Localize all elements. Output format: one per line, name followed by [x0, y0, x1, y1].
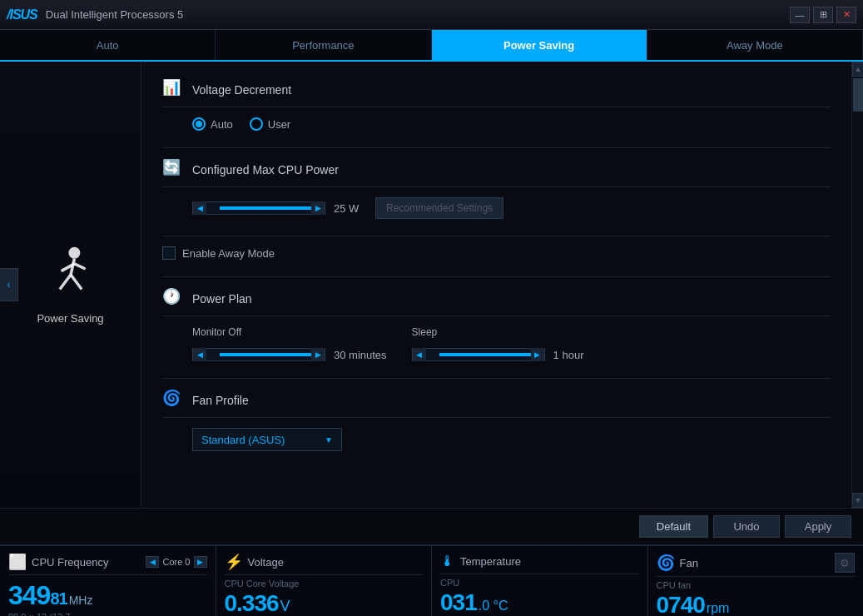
sleep-slider-right[interactable]: ▶ [531, 348, 544, 361]
cpu-power-header: 🔄 Configured Max CPU Power [162, 158, 831, 187]
fan-profile-dropdown-row: Standard (ASUS) ▼ [192, 428, 831, 451]
cpu-sub1: 99.9 × 12 (12.7 [8, 612, 207, 616]
cpu-temp-unit: .0 °C [479, 599, 508, 614]
temp-panel-title: Temperature [460, 555, 639, 568]
away-mode-label: Enable Away Mode [182, 247, 275, 260]
power-saving-person-icon [42, 246, 100, 304]
monitor-off-label: Monitor Off [192, 326, 387, 338]
cpu-power-title: Configured Max CPU Power [192, 163, 339, 176]
cpu-power-slider[interactable]: ◀ ▶ [192, 201, 325, 215]
cpu-panel-header: ⬜ CPU Frequency ◀ Core 0 ▶ [8, 553, 207, 575]
radio-user-circle [250, 117, 263, 131]
cpu-power-value: 25 W [334, 202, 367, 215]
monitor-slider-right[interactable]: ▶ [311, 348, 325, 361]
cpu-nav-left[interactable]: ◀ [146, 556, 159, 568]
tab-away-mode[interactable]: Away Mode [647, 30, 863, 60]
cpu-temp-label: CPU [440, 578, 639, 588]
away-mode-checkbox[interactable] [162, 246, 176, 260]
fan-profile-dropdown[interactable]: Standard (ASUS) ▼ [192, 428, 342, 451]
voltage-panel-title: Voltage [248, 556, 424, 569]
temp-panel-icon: 🌡 [440, 553, 455, 570]
content-area: 📊 Voltage Decrement Auto User 🔄 Configur… [141, 62, 851, 508]
recommended-settings-button[interactable]: Recommended Settings [375, 197, 503, 219]
cpu-nav: ◀ Core 0 ▶ [146, 556, 206, 568]
fan-panel-icon: 🌀 [657, 554, 675, 572]
cpu-core-label: CPU Core Voltage [225, 579, 424, 589]
fan-profile-title: Fan Profile [192, 394, 249, 407]
tab-bar: Auto Performance Power Saving Away Mode [0, 30, 863, 62]
fan-panel-title: Fan [680, 557, 831, 569]
voltage-panel-header: ⚡ Voltage [225, 553, 424, 575]
monitor-slider-left[interactable]: ◀ [193, 348, 206, 361]
radio-user[interactable]: User [250, 117, 290, 131]
sidebar-collapse-button[interactable]: ‹ [0, 268, 18, 301]
cpu-power-section: 🔄 Configured Max CPU Power ◀ ▶ 25 W Reco… [162, 158, 831, 219]
voltage-icon: 📊 [162, 78, 186, 102]
monitor-off-value: 30 minutes [334, 349, 387, 361]
sleep-value: 1 hour [553, 349, 587, 361]
main-area: ‹ Power Saving 📊 Voltage Decrement Auto [0, 62, 863, 508]
fan-profile-selected: Standard (ASUS) [201, 434, 285, 446]
cpu-power-icon: 🔄 [162, 158, 186, 181]
scrollbar[interactable]: ▲ ▼ [851, 62, 863, 508]
cpu-freq-value: 34981 [8, 582, 67, 609]
monitor-off-slider-row: ◀ ▶ 30 minutes [192, 348, 387, 361]
sleep-slider[interactable]: ◀ ▶ [412, 348, 545, 361]
cpu-panel-icon: ⬜ [8, 553, 27, 571]
dual-slider-row: Monitor Off ◀ ▶ 30 minutes Sleep [192, 326, 831, 361]
fan-panel-header: 🌀 Fan ⚙ [657, 553, 856, 577]
temperature-panel: 🌡 Temperature CPU 031 .0 °C VRM 38.0 °C … [432, 546, 648, 616]
dropdown-arrow-icon: ▼ [325, 435, 333, 445]
cpu-power-slider-row: ◀ ▶ 25 W Recommended Settings [192, 197, 831, 219]
svg-line-5 [74, 263, 85, 268]
power-plan-section: 🕐 Power Plan Monitor Off ◀ ▶ 30 minutes [162, 287, 831, 361]
undo-button[interactable]: Undo [713, 515, 780, 538]
radio-auto[interactable]: Auto [192, 117, 233, 131]
sidebar: ‹ Power Saving [0, 62, 141, 508]
default-button[interactable]: Default [639, 515, 708, 538]
cpu-core-value: 0.336 [225, 590, 279, 616]
tab-performance[interactable]: Performance [216, 30, 431, 60]
power-plan-title: Power Plan [192, 292, 252, 306]
cpu-panel-title: CPU Frequency [32, 556, 141, 569]
close-button[interactable]: ✕ [836, 7, 856, 23]
cpu-fan-value: 0740 [657, 592, 705, 616]
slider-left-arrow[interactable]: ◀ [193, 201, 206, 215]
sidebar-label: Power Saving [37, 312, 103, 325]
cpu-nav-right[interactable]: ▶ [194, 556, 207, 568]
cpu-frequency-panel: ⬜ CPU Frequency ◀ Core 0 ▶ 34981 MHz 99.… [0, 546, 216, 616]
temp-panel-header: 🌡 Temperature [440, 553, 639, 574]
radio-user-label: User [268, 118, 290, 131]
voltage-decrement-title: Voltage Decrement [192, 83, 291, 97]
fan-profile-icon: 🌀 [162, 389, 186, 412]
cpu-fan-label: CPU fan [657, 580, 856, 590]
away-mode-checkbox-row: Enable Away Mode [162, 246, 831, 260]
minimize-button[interactable]: — [790, 7, 810, 23]
tab-auto[interactable]: Auto [0, 30, 216, 60]
sleep-slider-row: ◀ ▶ 1 hour [412, 348, 587, 361]
fan-profile-header: 🌀 Fan Profile [162, 389, 831, 418]
voltage-decrement-section: 📊 Voltage Decrement Auto User [162, 78, 831, 131]
scroll-track[interactable] [852, 77, 863, 493]
tab-power-saving[interactable]: Power Saving [432, 30, 647, 60]
monitor-off-slider[interactable]: ◀ ▶ [192, 348, 325, 361]
scroll-down-button[interactable]: ▼ [852, 493, 863, 508]
slider-right-arrow[interactable]: ▶ [311, 201, 325, 215]
fan-profile-section: 🌀 Fan Profile Standard (ASUS) ▼ [162, 389, 831, 451]
fan-settings-button[interactable]: ⚙ [835, 553, 855, 573]
sleep-group: Sleep ◀ ▶ 1 hour [412, 326, 587, 361]
scroll-up-button[interactable]: ▲ [852, 62, 863, 77]
monitor-off-group: Monitor Off ◀ ▶ 30 minutes [192, 326, 387, 361]
fan-panel: 🌀 Fan ⚙ CPU fan 0740 rpm CPU_OPT 7068 rp… [648, 546, 864, 616]
action-bar: Default Undo Apply [0, 508, 863, 544]
stats-bar: ⬜ CPU Frequency ◀ Core 0 ▶ 34981 MHz 99.… [0, 544, 863, 616]
maximize-button[interactable]: ⊞ [813, 7, 833, 23]
scroll-thumb[interactable] [853, 78, 863, 112]
app-title: Dual Intelligent Processors 5 [46, 8, 790, 21]
cpu-temp-value: 031 [440, 589, 477, 616]
sleep-label: Sleep [412, 326, 587, 338]
apply-button[interactable]: Apply [785, 515, 851, 538]
sleep-slider-left[interactable]: ◀ [413, 348, 426, 361]
cpu-core-unit: V [280, 598, 290, 615]
titlebar: /ISUS Dual Intelligent Processors 5 — ⊞ … [0, 0, 863, 30]
